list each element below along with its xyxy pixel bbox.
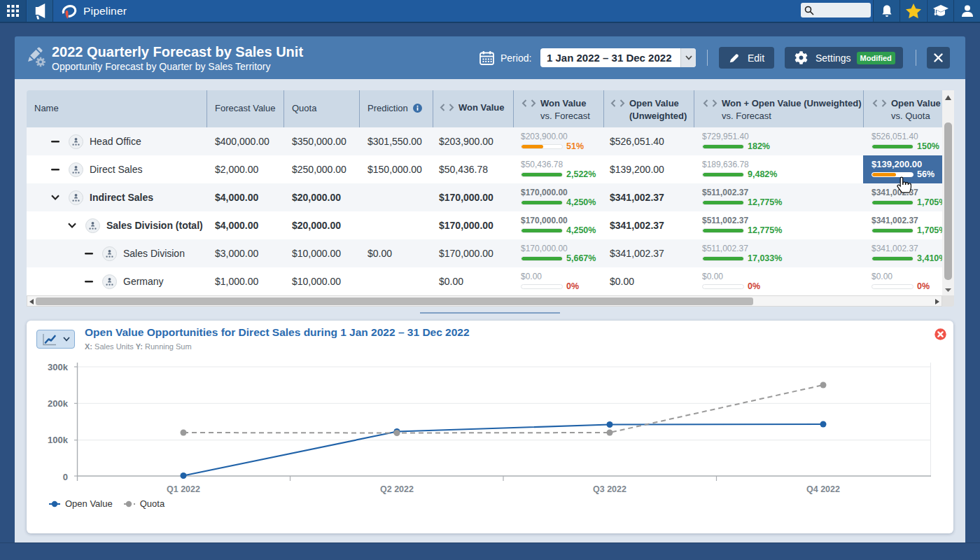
svg-text:0: 0 bbox=[63, 472, 68, 482]
svg-text:100k: 100k bbox=[48, 435, 69, 445]
svg-text:300k: 300k bbox=[48, 362, 69, 372]
svg-text:Q2 2022: Q2 2022 bbox=[380, 484, 414, 494]
svg-text:Q4 2022: Q4 2022 bbox=[806, 484, 840, 494]
svg-text:200k: 200k bbox=[48, 398, 69, 409]
svg-text:Q1 2022: Q1 2022 bbox=[167, 484, 200, 494]
svg-text:Q3 2022: Q3 2022 bbox=[593, 484, 626, 494]
